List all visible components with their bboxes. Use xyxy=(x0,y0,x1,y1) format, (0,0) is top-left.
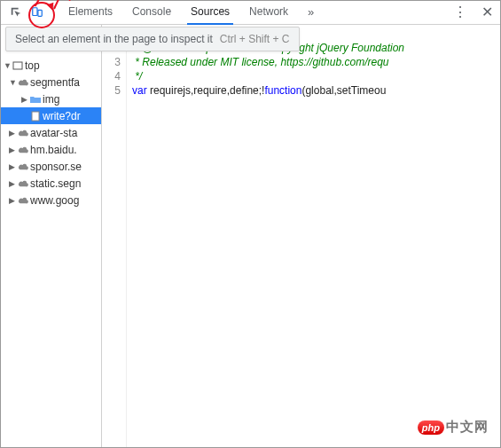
svg-rect-0 xyxy=(33,7,37,15)
tree-top[interactable]: ▼ top xyxy=(0,57,101,74)
tab-network[interactable]: Network xyxy=(246,0,292,25)
separator xyxy=(53,5,54,20)
tree-item[interactable]: ▶avatar-sta xyxy=(0,124,101,141)
cloud-icon xyxy=(16,145,30,154)
tab-console[interactable]: Console xyxy=(129,0,175,25)
tab-sources[interactable]: Sources xyxy=(187,0,233,25)
inspect-element-icon[interactable] xyxy=(5,2,27,23)
watermark-logo: php 中文网 xyxy=(418,419,489,436)
svg-rect-1 xyxy=(38,10,42,16)
tree-item[interactable]: ▶hm.baidu. xyxy=(0,141,101,158)
main-panel: ▼ top ▼segmentfa▶imgwrite?dr▶avatar-sta▶… xyxy=(0,25,501,448)
toggle-device-toolbar-icon[interactable] xyxy=(27,2,48,23)
tree-item[interactable]: write?dr xyxy=(0,107,101,124)
tree-top-label: top xyxy=(25,59,40,72)
devtools-toolbar: Elements Console Sources Network » ⋮ ✕ xyxy=(0,0,501,25)
code-lines: /** vim: et:ts=4:sw=4:sts=4 * @license R… xyxy=(127,27,404,448)
cloud-icon xyxy=(16,196,30,205)
tree-item-label: static.segn xyxy=(30,177,81,190)
code-editor[interactable]: 12345 /** vim: et:ts=4:sw=4:sts=4 * @lic… xyxy=(102,25,501,448)
cloud-icon xyxy=(16,162,30,171)
tree-item-label: segmentfa xyxy=(30,76,80,89)
tree-item[interactable]: ▶sponsor.se xyxy=(0,158,101,175)
tree-item-label: www.goog xyxy=(30,194,79,207)
kebab-menu-icon[interactable]: ⋮ xyxy=(451,4,469,20)
tree-item-label: avatar-sta xyxy=(30,127,77,139)
panel-tabs: Elements Console Sources Network » xyxy=(65,0,317,25)
tree-item-label: img xyxy=(43,93,59,106)
svg-rect-3 xyxy=(32,112,39,121)
tree-item-label: hm.baidu. xyxy=(30,144,77,156)
logo-brand: php xyxy=(418,420,444,435)
cloud-icon xyxy=(16,78,30,87)
close-icon[interactable]: ✕ xyxy=(478,4,496,20)
tree-item-label: sponsor.se xyxy=(30,161,82,173)
window-icon xyxy=(11,60,25,71)
tree-item[interactable]: ▶www.goog xyxy=(0,192,101,208)
inspect-tooltip: Select an element in the page to inspect… xyxy=(5,27,300,51)
tree-item[interactable]: ▶img xyxy=(0,90,101,107)
tab-more[interactable]: » xyxy=(304,0,317,25)
logo-cn: 中文网 xyxy=(446,419,489,436)
tooltip-shortcut: Ctrl + Shift + C xyxy=(220,33,290,45)
cloud-icon xyxy=(16,129,30,138)
cloud-icon xyxy=(16,179,30,188)
folder-icon xyxy=(28,95,43,104)
tree-item[interactable]: ▶static.segn xyxy=(0,175,101,192)
file-icon xyxy=(28,111,43,122)
svg-rect-2 xyxy=(13,62,22,69)
line-gutter: 12345 xyxy=(102,27,127,448)
tooltip-text: Select an element in the page to inspect… xyxy=(15,33,213,45)
tree-item[interactable]: ▼segmentfa xyxy=(0,74,101,90)
tree-item-label: write?dr xyxy=(43,110,81,122)
file-tree[interactable]: ▼ top ▼segmentfa▶imgwrite?dr▶avatar-sta▶… xyxy=(0,25,102,448)
tab-elements[interactable]: Elements xyxy=(65,0,116,25)
